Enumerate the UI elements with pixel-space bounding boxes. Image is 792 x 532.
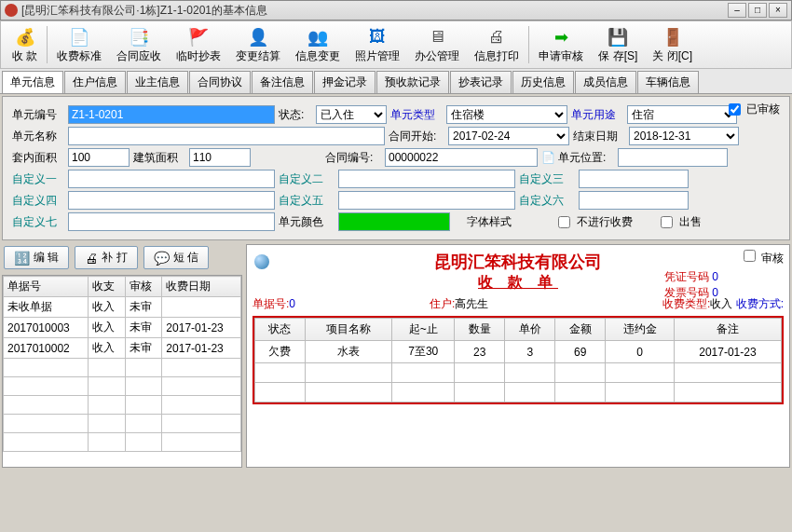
tab-单元信息[interactable]: 单元信息 [2,71,63,93]
input-c2[interactable] [338,170,515,188]
toolbar-合同应收[interactable]: 📑合同应收 [109,22,169,67]
table-row[interactable]: 2017010002收入未审2017-01-23 [4,338,241,359]
tab-业主信息[interactable]: 业主信息 [127,71,188,93]
select-unit-use[interactable]: 住宿 [627,105,737,124]
tab-预收款记录[interactable]: 预收款记录 [376,71,449,93]
grid-header[interactable]: 收费日期 [162,277,241,297]
select-state[interactable]: 已入住 [316,105,387,124]
select-end-date[interactable]: 2018-12-31 [629,127,739,145]
sms-button[interactable]: 💬短 信 [143,246,209,269]
table-row [4,359,241,377]
input-c1[interactable] [68,170,275,188]
label-unit-name: 单元名称 [12,129,64,144]
receipt-header-cell[interactable]: 单价 [505,319,555,341]
reprint-button[interactable]: 🖨补 打 [75,246,137,269]
toolbar-信息变更[interactable]: 👥信息变更 [288,22,348,67]
label-unit-type: 单元类型 [390,107,443,123]
label-contract-start: 合同开始: [389,129,444,144]
tab-strip: 单元信息住户信息业主信息合同协议备注信息押金记录预收款记录抄表记录历史信息成员信… [0,69,792,94]
toolbar-申请审核[interactable]: ➡申请审核 [531,22,591,67]
tab-成员信息[interactable]: 成员信息 [575,71,636,93]
toolbar-办公管理[interactable]: 🖥办公管理 [407,22,467,67]
audited-checkbox[interactable] [729,103,741,116]
input-c4[interactable] [68,191,275,210]
toolbar-icon: 👥 [307,26,329,48]
input-inner-area[interactable] [68,148,130,167]
tab-车辆信息[interactable]: 车辆信息 [637,71,699,93]
toolbar-保 存[S][interactable]: 💾保 存[S] [591,22,645,67]
grid-header[interactable]: 审核 [125,277,162,297]
toolbar-label: 收费标准 [57,48,102,64]
input-c3[interactable] [579,170,689,188]
receipt-header-cell[interactable]: 项目名称 [305,319,391,341]
toolbar-变更结算[interactable]: 👤变更结算 [228,22,288,67]
toolbar-临时抄表[interactable]: 🚩临时抄表 [169,22,228,67]
toolbar-icon: 🖥 [426,26,448,48]
label-c5: 自定义五 [279,193,335,209]
no-charge-checkbox[interactable] [558,216,570,228]
table-row[interactable]: 2017010003收入未审2017-01-23 [4,318,241,338]
toolbar-icon: 📑 [128,26,150,48]
receipt-header-cell[interactable]: 违约金 [606,319,675,341]
receipt-header-cell[interactable]: 金额 [555,319,606,341]
toolbar-收费标准[interactable]: 📄收费标准 [49,22,109,67]
toolbar-收  款[interactable]: 💰收 款 [5,22,45,67]
unit-color-swatch[interactable] [338,212,450,231]
print-icon: 🖨 [85,251,98,266]
no-charge-label: 不进行收费 [577,214,633,230]
label-unit-pos: 单元位置: [558,150,614,166]
input-unit-name[interactable] [68,127,385,145]
grid-header[interactable]: 收支 [89,277,126,297]
input-c6[interactable] [579,191,689,210]
toolbar-label: 办公管理 [415,48,459,64]
close-button[interactable]: × [769,3,787,18]
receipt-row[interactable]: 欠费水表7至302336902017-01-23 [255,341,782,363]
label-unit-color: 单元颜色 [279,214,335,230]
receipt-table[interactable]: 状态项目名称起~止数量单价金额违约金备注欠费水表7至302336902017-0… [254,318,782,402]
toolbar-icon: 🚩 [187,26,210,48]
receipt-header-cell[interactable]: 状态 [255,319,306,341]
maximize-button[interactable]: □ [748,3,767,18]
tab-备注信息[interactable]: 备注信息 [252,71,313,93]
receipt-header-cell[interactable]: 备注 [674,319,781,341]
toolbar-关 闭[C][interactable]: 🚪关 闭[C] [645,22,700,67]
receipt-header-cell[interactable]: 起~止 [392,319,455,341]
tab-历史信息[interactable]: 历史信息 [512,71,574,93]
label-font-style: 字体样式 [467,214,519,230]
unit-form: 已审核 单元编号 状态: 已入住 单元类型 住宿楼 单元用途 住宿 单元名称 合… [2,96,790,240]
tab-抄表记录[interactable]: 抄表记录 [450,71,512,93]
lower-panel: 🔢编 辑 🖨补 打 💬短 信 单据号收支审核收费日期未收单据收入未审201701… [2,244,790,468]
audited-label: 已审核 [746,102,780,116]
receipt-row [255,383,782,402]
table-row [4,415,241,433]
input-build-area[interactable] [189,148,251,167]
table-row[interactable]: 未收单据收入未审 [4,297,241,318]
table-row [4,377,241,396]
toolbar-信息打印[interactable]: 🖨信息打印 [467,22,526,67]
input-contract-no[interactable] [385,148,538,167]
tab-押金记录[interactable]: 押金记录 [314,71,376,93]
toolbar-照片管理[interactable]: 🖼照片管理 [348,22,407,67]
minimize-button[interactable]: – [728,3,746,18]
input-c7[interactable] [68,212,275,231]
receipt-header-cell[interactable]: 数量 [455,319,505,341]
input-c5[interactable] [338,191,515,210]
bill-grid[interactable]: 单据号收支审核收费日期未收单据收入未审2017010003收入未审2017-01… [2,275,242,468]
select-unit-type[interactable]: 住宿楼 [446,105,567,124]
toolbar-label: 照片管理 [355,48,400,64]
toolbar-icon: 💰 [14,26,36,48]
toolbar-icon: 👤 [247,26,269,48]
tab-合同协议[interactable]: 合同协议 [189,71,251,93]
input-unit-pos[interactable] [618,148,728,167]
select-contract-start[interactable]: 2017-02-24 [448,127,569,145]
label-c3: 自定义三 [519,171,575,187]
edit-button[interactable]: 🔢编 辑 [4,246,69,269]
label-contract-no: 合同编号: [325,150,381,166]
for-sale-checkbox[interactable] [661,216,673,228]
input-unit-no[interactable] [68,105,275,124]
grid-header[interactable]: 单据号 [4,277,89,297]
contract-lookup-icon[interactable]: 📄 [541,151,554,164]
receipt-numbers: 凭证号码 0 发票号码 0 [664,269,718,301]
label-c1: 自定义一 [12,171,64,187]
tab-住户信息[interactable]: 住户信息 [64,71,126,93]
